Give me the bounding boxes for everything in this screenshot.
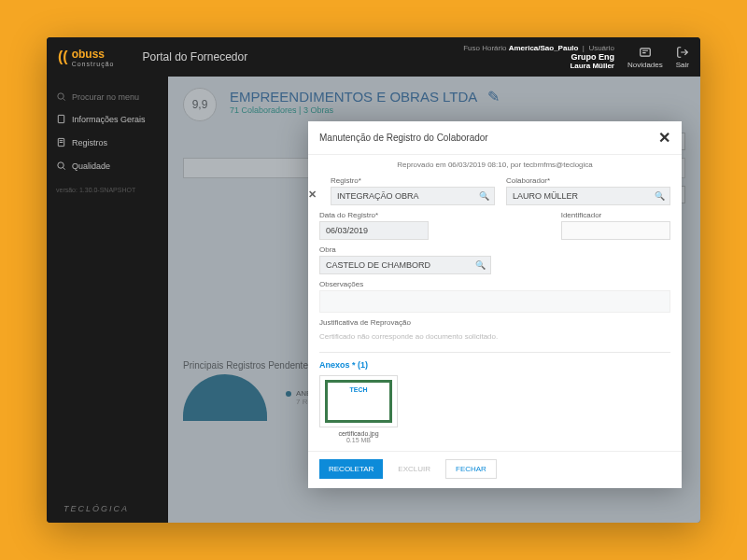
recoletar-button[interactable]: RECOLETAR [319,459,383,479]
svg-line-11 [63,167,64,169]
topbar: (( obuss Construção Portal do Fornecedor… [47,37,700,77]
colaborador-input[interactable] [506,187,670,205]
modal-registro: Manutenção de Registro do Colaborador ✕ … [308,121,682,488]
obra-label: Obra [319,245,491,254]
sidebar-item-registros[interactable]: Registros [47,131,168,154]
certificate-image: TECH [325,380,392,423]
attachment-name: certificado.jpg [319,430,398,437]
search-icon[interactable]: 🔍 [655,191,665,201]
novidades-label: Novidades [627,61,663,69]
justif-label: Justificativa de Reprovação [319,318,670,327]
quality-icon [56,161,66,171]
registro-label: Registro* [331,176,495,185]
list-icon [56,137,66,147]
excluir-button[interactable]: EXCLUIR [390,459,438,479]
attachment[interactable]: TECH certificado.jpg 0.15 MB [319,375,398,443]
document-icon [56,114,66,124]
sidebar-item-qualidade[interactable]: Qualidade [47,154,168,177]
modal-subtitle: Reprovado em 06/03/2019 08:10, por tecbm… [308,155,682,176]
anexos-title: Anexos * (1) [319,360,670,370]
svg-point-10 [58,162,63,168]
registro-input[interactable] [331,187,495,205]
certificate-brand: TECH [349,386,367,393]
main-content: 9,9 EMPREENDIMENTOS E OBRAS LTDA ✎ 71 Co… [168,77,700,523]
modal-header: Manutenção de Registro do Colaborador ✕ [308,121,682,155]
group-name: Grupo Eng [571,52,614,62]
clear-icon[interactable]: ✕ [308,189,317,201]
obs-textarea[interactable] [319,290,670,313]
modal-body: ✕ Registro* 🔍 Colaborador* 🔍 [308,176,682,443]
obs-label: Observações [319,280,670,288]
timezone-label: Fuso Horário [463,44,506,52]
logo-text: obuss [72,48,115,61]
svg-rect-6 [58,115,63,122]
novidades-button[interactable]: Novidades [627,46,663,69]
justif-text: Certificado não corresponde ao documento… [319,329,670,348]
sidebar-item-label: Registros [72,138,107,147]
search-icon[interactable]: 🔍 [475,260,486,270]
topbar-right: Fuso Horário America/Sao_Paulo | Usuário… [463,44,689,70]
svg-point-4 [58,93,63,99]
logout-button[interactable]: Sair [676,46,689,69]
identificador-label: Identificador [561,211,670,219]
close-icon[interactable]: ✕ [658,129,670,147]
logout-label: Sair [676,61,689,69]
obra-input[interactable] [319,256,491,274]
body: Informações Gerais Registros Qualidade v… [47,77,700,523]
sidebar-item-label: Informações Gerais [72,115,146,124]
timezone-value: America/Sao_Paulo [509,44,579,52]
logo-icon: (( [58,49,68,65]
search-icon[interactable]: 🔍 [479,191,489,201]
attachment-size: 0.15 MB [319,437,398,443]
data-label: Data do Registro* [319,211,429,219]
fechar-button[interactable]: FECHAR [445,459,497,479]
modal-actions: RECOLETAR EXCLUIR FECHAR [308,451,682,479]
menu-search-input[interactable] [72,92,156,102]
menu-search[interactable] [47,86,168,107]
user-name: Laura Müller [570,62,614,70]
logo: (( obuss Construção [58,48,114,67]
modal-title: Manutenção de Registro do Colaborador [319,133,488,143]
app-frame: (( obuss Construção Portal do Fornecedor… [47,37,700,523]
footer-brand: TECLÓGICA [63,504,129,513]
portal-title: Portal do Fornecedor [142,50,247,63]
timezone-block: Fuso Horário America/Sao_Paulo | Usuário… [463,44,614,70]
search-icon [56,91,66,102]
svg-line-5 [63,99,65,101]
news-icon [639,46,652,59]
logout-icon [676,46,689,59]
data-input[interactable] [319,221,429,240]
divider [319,352,670,353]
user-label: Usuário [588,44,614,52]
sidebar-item-info[interactable]: Informações Gerais [47,107,168,131]
version-text: versão: 1.30.0-SNAPSHOT [47,177,168,203]
sidebar: Informações Gerais Registros Qualidade v… [47,77,168,523]
logo-subtext: Construção [72,61,115,67]
attachment-thumb: TECH [319,375,398,427]
colaborador-label: Colaborador* [506,176,670,185]
sidebar-item-label: Qualidade [72,161,110,171]
identificador-input[interactable] [561,221,670,240]
